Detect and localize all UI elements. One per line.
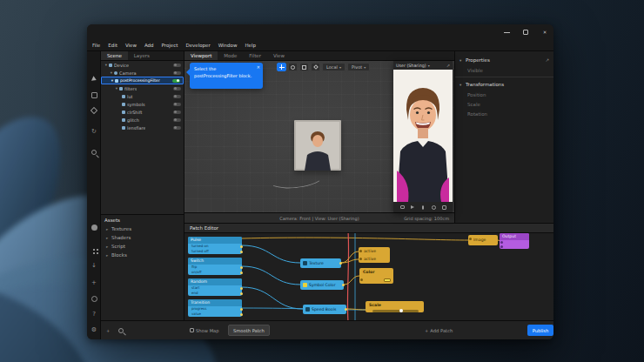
tab-layers[interactable]: Layers (128, 51, 156, 60)
show-map-button[interactable]: Show Map (190, 325, 219, 336)
color-swatch[interactable] (384, 278, 391, 282)
scene-photo-plane[interactable] (294, 120, 341, 171)
scene-item-device[interactable]: ▾ Device (101, 61, 184, 69)
visibility-toggle[interactable] (173, 87, 181, 90)
add-asset-button[interactable]: + (106, 325, 110, 336)
patch-node-pulse[interactable]: Pulse turned on turned off (188, 237, 242, 254)
close-button[interactable]: ✕ (536, 24, 553, 40)
visibility-toggle[interactable] (173, 111, 181, 114)
open-external-icon[interactable]: ↗ (446, 64, 450, 68)
tab-mode[interactable]: Mode (218, 51, 243, 60)
scene-item-filters[interactable]: ▾ filters (101, 84, 184, 92)
properties-section-header[interactable]: ▾ Properties ↗ (455, 55, 553, 65)
disclosure-icon: ▾ (460, 58, 466, 63)
scale-slider[interactable] (372, 310, 419, 312)
camera-flip-icon[interactable] (399, 204, 406, 211)
visibility-toggle[interactable] (173, 95, 181, 98)
patch-node-image[interactable]: Image (468, 235, 498, 245)
open-patch-icon[interactable]: ↗ (545, 57, 549, 63)
patch-node-symbol-color[interactable]: Symbol Color (300, 280, 344, 290)
app-window: ✕ File Edit View Add Project Developer W… (87, 24, 553, 339)
import-icon[interactable]: ↓ (89, 260, 99, 271)
enabled-toggle[interactable] (172, 79, 180, 83)
tab-scene[interactable]: Scene (101, 51, 128, 60)
pivot-button[interactable]: Pivot ▾ (347, 63, 370, 71)
patch-node-transition[interactable]: Transition progress value (188, 299, 242, 317)
patch-node-scale-input[interactable]: Scale (366, 301, 424, 312)
help-icon[interactable]: ? (89, 309, 99, 319)
maximize-button[interactable] (517, 24, 534, 40)
visibility-toggle[interactable] (173, 126, 181, 130)
scene-item-lut[interactable]: lut (101, 92, 184, 100)
scene-item-lensflare[interactable]: lensflare (101, 124, 184, 131)
assets-item-script[interactable]: ▸ Script (101, 242, 184, 251)
patch-node-color-input[interactable]: Color (359, 268, 393, 284)
menu-help[interactable]: Help (245, 43, 256, 48)
tooltip-close-icon[interactable]: ✕ (257, 64, 260, 71)
property-visible[interactable]: Visible (455, 65, 553, 75)
scale-tool-button[interactable] (299, 63, 309, 71)
snap-tool-button[interactable] (311, 63, 320, 71)
shape-tool-icon[interactable] (89, 105, 99, 116)
mic-icon[interactable] (420, 204, 426, 211)
reset-view-icon[interactable]: ↻ (89, 126, 99, 137)
play-icon[interactable] (410, 204, 416, 211)
add-icon[interactable]: + (89, 278, 99, 288)
simulator-user-label[interactable]: User (Sharing) (396, 64, 426, 68)
search-icon[interactable] (89, 147, 99, 158)
property-position[interactable]: Position (455, 90, 553, 99)
scene-item-glitch[interactable]: glitch (101, 116, 184, 124)
scene-item-clrshift[interactable]: clrShift (101, 108, 184, 116)
tab-viewport[interactable]: Viewport (184, 51, 218, 60)
expand-icon[interactable] (441, 204, 447, 211)
frame-tool-icon[interactable] (89, 90, 99, 100)
visibility-toggle[interactable] (173, 71, 181, 75)
scene-item-postprocessingfilter[interactable]: ▾ postProcessingFilter (101, 77, 184, 84)
property-rotation[interactable]: Rotation (455, 109, 553, 118)
user-avatar-icon[interactable] (89, 222, 99, 232)
menu-developer[interactable]: Developer (185, 43, 210, 48)
patch-editor-canvas[interactable]: Pulse turned on turned off Switch flip o… (184, 233, 553, 320)
patch-node-active-inputs[interactable]: active active (359, 247, 390, 263)
rotate-tool-button[interactable] (288, 63, 298, 71)
visibility-toggle[interactable] (173, 118, 181, 122)
smooth-patch-button[interactable]: Smooth Patch (228, 325, 270, 336)
chevron-down-icon[interactable]: ▾ (428, 64, 430, 68)
publish-button[interactable]: Publish (527, 325, 553, 336)
property-scale[interactable]: Scale (455, 99, 553, 109)
menu-window[interactable]: Window (218, 43, 238, 48)
menu-project[interactable]: Project (162, 43, 178, 48)
visibility-toggle[interactable] (173, 64, 181, 67)
menu-edit[interactable]: Edit (108, 43, 117, 48)
local-space-button[interactable]: Local ▾ (322, 63, 345, 71)
menu-file[interactable]: File (92, 43, 100, 48)
settings-gear-icon[interactable]: ⚙ (89, 325, 99, 335)
menu-view[interactable]: View (125, 43, 137, 48)
scene-item-symbols[interactable]: symbols (101, 100, 184, 108)
tab-filter[interactable]: Filter (243, 51, 267, 60)
assets-item-blocks[interactable]: ▸ Blocks (101, 251, 184, 259)
slider-knob[interactable] (399, 309, 403, 312)
capture-icon[interactable] (89, 293, 99, 304)
pointer-tool-icon[interactable] (89, 74, 99, 84)
visibility-toggle[interactable] (173, 103, 181, 106)
assets-item-textures[interactable]: ▸ Textures (101, 225, 184, 233)
patch-node-speed-bools[interactable]: Speed Bools (303, 305, 346, 314)
record-icon[interactable] (431, 204, 437, 211)
scene-item-camera[interactable]: ▾ Camera (101, 69, 184, 77)
apps-grid-icon[interactable] (89, 245, 99, 255)
patch-node-random[interactable]: Random start end (188, 278, 242, 296)
simulator-video[interactable] (393, 70, 453, 202)
patch-node-switch[interactable]: Switch flip on/off (188, 258, 242, 275)
add-patch-button[interactable]: + Add Patch (425, 325, 453, 336)
menu-add[interactable]: Add (144, 43, 154, 48)
move-tool-button[interactable] (277, 63, 286, 71)
asset-search-button[interactable] (118, 325, 124, 336)
tab-view[interactable]: View (267, 51, 291, 60)
transformations-section-header[interactable]: ▾ Transformations (455, 79, 553, 90)
patch-node-output[interactable]: Output (500, 233, 529, 249)
minimize-button[interactable] (498, 24, 515, 40)
patch-node-texture[interactable]: Texture (300, 258, 341, 268)
assets-item-shaders[interactable]: ▸ Shaders (101, 233, 184, 242)
move-tool-icon (279, 64, 285, 70)
